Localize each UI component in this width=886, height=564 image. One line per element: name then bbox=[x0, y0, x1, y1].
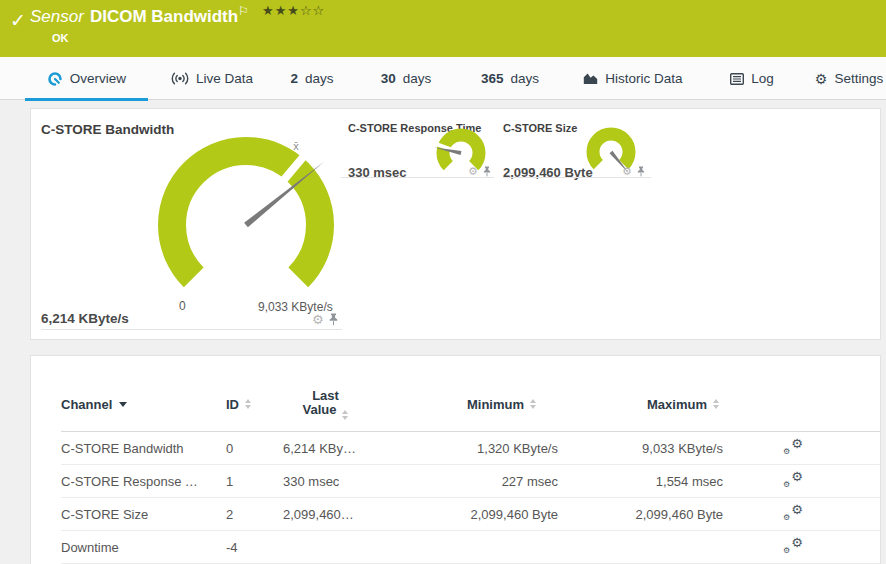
channel-settings-icon[interactable]: ⚙⚙ bbox=[783, 471, 803, 489]
actions-cell: ⚙⚙ bbox=[723, 438, 863, 459]
minimum-cell: 2,099,460 Byte bbox=[368, 507, 558, 522]
table-row: C-STORE Response Time 1 330 msec 227 mse… bbox=[61, 465, 880, 498]
table-row: C-STORE Bandwidth 0 6,214 KByte/s 1,320 … bbox=[61, 432, 880, 465]
channel-settings-icon[interactable]: ⚙⚙ bbox=[783, 438, 803, 456]
stars-filled[interactable]: ★★★ bbox=[262, 3, 300, 18]
column-header-maximum[interactable]: Maximum bbox=[558, 397, 723, 412]
tab-overview[interactable]: Overview bbox=[25, 57, 148, 100]
column-label: ID bbox=[226, 397, 239, 412]
pin-icon[interactable] bbox=[637, 166, 645, 177]
channels-table-panel: Channel ID Last Value Minimum Maximum C-… bbox=[30, 355, 881, 564]
tab-2-days[interactable]: 2 days bbox=[288, 57, 336, 100]
status-badge: OK bbox=[52, 32, 69, 44]
sort-icon bbox=[342, 410, 348, 420]
gauges-panel: C-STORE Bandwidth x̄ 0 9,033 KByte/s 6,2… bbox=[30, 108, 881, 340]
tab-label: Log bbox=[751, 71, 774, 86]
log-icon bbox=[730, 73, 744, 85]
tab-label: days bbox=[305, 71, 334, 86]
table-row: Downtime -4 ⚙⚙ bbox=[61, 531, 880, 564]
column-header-channel[interactable]: Channel bbox=[61, 397, 226, 412]
pin-icon[interactable] bbox=[483, 166, 491, 177]
id-cell: -4 bbox=[226, 540, 283, 555]
tab-bar: Overview Live Data 2 days 30 days 365 da… bbox=[0, 57, 886, 100]
pin-icon[interactable] bbox=[329, 313, 338, 326]
column-label: Maximum bbox=[647, 397, 707, 412]
flag-icon[interactable]: ⚐ bbox=[238, 4, 249, 18]
column-header-minimum[interactable]: Minimum bbox=[368, 397, 558, 412]
tab-settings[interactable]: ⚙ Settings bbox=[813, 57, 885, 100]
tab-label: days bbox=[403, 71, 432, 86]
tab-live-data[interactable]: Live Data bbox=[168, 57, 256, 100]
tab-label: days bbox=[511, 71, 540, 86]
column-label: Minimum bbox=[467, 397, 524, 412]
historic-data-icon bbox=[583, 72, 598, 85]
gauge-scale-min: 0 bbox=[179, 299, 186, 313]
actions-cell: ⚙⚙ bbox=[723, 471, 863, 492]
maximum-cell: 9,033 KByte/s bbox=[558, 441, 723, 456]
channel-cell: C-STORE Size bbox=[61, 507, 226, 522]
overview-content: C-STORE Bandwidth x̄ 0 9,033 KByte/s 6,2… bbox=[0, 100, 886, 564]
gauge-value-bandwidth: 6,214 KByte/s bbox=[41, 311, 129, 326]
table-row: C-STORE Size 2 2,099,460 Byte 2,099,460 … bbox=[61, 498, 880, 531]
last-value-cell: 6,214 KByte/s bbox=[283, 441, 368, 456]
tab-label: Overview bbox=[70, 71, 126, 86]
tab-365-days[interactable]: 365 days bbox=[478, 57, 542, 100]
stars-empty[interactable]: ☆☆ bbox=[300, 3, 325, 18]
channel-cell: C-STORE Bandwidth bbox=[61, 441, 226, 456]
column-label: Channel bbox=[61, 397, 112, 412]
widget-actions: ⚙ bbox=[312, 313, 338, 326]
channel-cell: Downtime bbox=[61, 540, 226, 555]
tab-label: Historic Data bbox=[605, 71, 682, 86]
last-value-cell bbox=[283, 540, 368, 555]
widget-divider bbox=[341, 177, 494, 178]
tab-label-number: 2 bbox=[290, 71, 298, 86]
tab-label-number: 365 bbox=[481, 71, 504, 86]
last-value-cell: 2,099,460 Byte bbox=[283, 507, 368, 522]
sensor-title: SensorDICOM Bandwidth bbox=[30, 7, 238, 27]
sort-icon bbox=[245, 399, 251, 409]
minimum-cell: 1,320 KByte/s bbox=[368, 441, 558, 456]
priority-stars[interactable]: ★★★☆☆ bbox=[262, 3, 325, 18]
status-ok-check-icon: ✓ bbox=[10, 9, 26, 31]
tab-label-number: 30 bbox=[381, 71, 396, 86]
channel-settings-icon[interactable]: ⚙⚙ bbox=[783, 537, 803, 555]
channel-settings-icon[interactable]: ⚙⚙ bbox=[783, 504, 803, 522]
table-header-row: Channel ID Last Value Minimum Maximum bbox=[61, 377, 880, 432]
maximum-cell: 2,099,460 Byte bbox=[558, 507, 723, 522]
tab-label: Settings bbox=[834, 71, 883, 86]
gauge-icon bbox=[47, 71, 63, 87]
gauge-title-size: C-STORE Size bbox=[503, 122, 577, 134]
tab-label: Live Data bbox=[196, 71, 253, 86]
sensor-kind-label: Sensor bbox=[30, 7, 84, 26]
sort-icon bbox=[530, 399, 536, 409]
column-header-id[interactable]: ID bbox=[226, 397, 283, 412]
widget-actions: ⚙ bbox=[468, 166, 491, 177]
id-cell: 2 bbox=[226, 507, 283, 522]
sensor-name: DICOM Bandwidth bbox=[90, 7, 238, 26]
widget-gear-icon[interactable]: ⚙ bbox=[312, 313, 324, 326]
tab-log[interactable]: Log bbox=[726, 57, 778, 100]
column-label: Last Value bbox=[303, 388, 339, 417]
column-header-last-value[interactable]: Last Value bbox=[283, 389, 368, 420]
widget-actions: ⚙ bbox=[622, 166, 645, 177]
widget-divider bbox=[41, 329, 342, 330]
id-cell: 0 bbox=[226, 441, 283, 456]
tab-historic-data[interactable]: Historic Data bbox=[583, 57, 683, 100]
widget-gear-icon[interactable]: ⚙ bbox=[468, 166, 478, 177]
last-value-cell: 330 msec bbox=[283, 474, 368, 489]
gear-icon: ⚙ bbox=[815, 72, 828, 86]
tab-30-days[interactable]: 30 days bbox=[378, 57, 434, 100]
channel-cell: C-STORE Response Time bbox=[61, 474, 226, 489]
id-cell: 1 bbox=[226, 474, 283, 489]
bandwidth-gauge[interactable]: x̄ bbox=[146, 125, 346, 325]
live-data-icon bbox=[171, 72, 189, 85]
minimum-cell: 227 msec bbox=[368, 474, 558, 489]
maximum-cell: 1,554 msec bbox=[558, 474, 723, 489]
sort-desc-icon bbox=[119, 402, 127, 407]
average-marker-label: x̄ bbox=[293, 140, 299, 152]
widget-gear-icon[interactable]: ⚙ bbox=[622, 166, 632, 177]
actions-cell: ⚙⚙ bbox=[723, 504, 863, 525]
sensor-header: ✓ SensorDICOM Bandwidth ⚐ ★★★☆☆ OK bbox=[0, 0, 886, 57]
sort-icon bbox=[713, 399, 719, 409]
actions-cell: ⚙⚙ bbox=[723, 537, 863, 558]
